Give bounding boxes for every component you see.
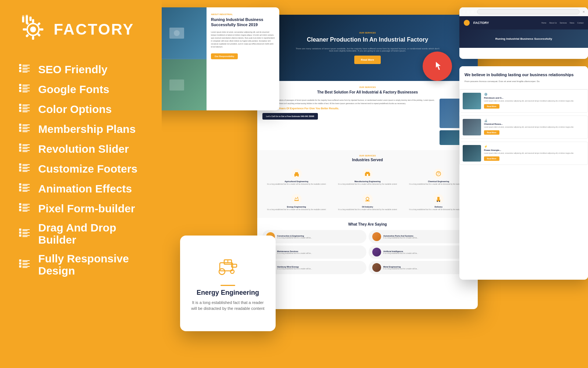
svg-rect-27 [22, 85, 30, 85]
testimonial-text-6: Metal Engineering It is a long establish… [383, 266, 418, 270]
svg-rect-65 [22, 170, 30, 171]
svg-rect-38 [22, 110, 30, 111]
svg-rect-71 [19, 189, 21, 191]
nav-items: Home About Us Services News Contact [541, 22, 584, 24]
nav-hero-strip: Runing Industrial Business Successfully [459, 29, 588, 48]
svg-rect-40 [22, 109, 28, 109]
svg-rect-54 [22, 144, 30, 145]
industry-icon-4 [291, 194, 302, 204]
svg-rect-3 [32, 36, 34, 40]
hero-btn[interactable]: Read More [354, 56, 381, 64]
svg-rect-86 [22, 211, 28, 212]
svg-rect-101 [22, 266, 30, 267]
svg-rect-26 [19, 90, 21, 92]
right-card-desc-2: Lorem ipsum dolor sit amet, consectetur … [484, 126, 585, 129]
feature-label-membership: Membership Plans [38, 123, 136, 135]
testimonial-sub-1: It is a long established fact for a read… [277, 237, 312, 239]
testimonial-item-3: Maintenance Services It is a long establ… [262, 245, 366, 259]
industry-label-2: Manufacturing Engineering [335, 180, 400, 183]
right-card-btn-3[interactable]: Read More [484, 156, 499, 161]
solution-btn[interactable]: Let's Call Us to Get a Free Estimate 046… [262, 113, 318, 120]
svg-rect-96 [19, 259, 21, 262]
svg-rect-64 [22, 167, 30, 168]
svg-rect-21 [22, 66, 28, 67]
svg-rect-60 [19, 163, 21, 166]
svg-rect-97 [19, 262, 21, 265]
svg-rect-77 [22, 191, 28, 192]
svg-rect-56 [22, 150, 30, 151]
svg-rect-12 [29, 17, 32, 21]
left-panel: FACTORY SEO Friendly Google Fonts [0, 0, 162, 368]
svg-rect-5 [40, 28, 43, 31]
svg-rect-41 [22, 112, 28, 112]
svg-rect-20 [22, 71, 30, 71]
feature-item-form: Pixel Form-builder [18, 202, 143, 215]
svg-rect-37 [22, 107, 30, 108]
svg-point-126 [219, 269, 225, 275]
feature-icon-slider [18, 142, 32, 155]
right-card-img-2 [463, 119, 481, 135]
right-card-1: ⚙️ Petroleum and G... Lorem ipsum dolor … [459, 89, 588, 113]
svg-rect-52 [19, 146, 21, 149]
right-card-text-2: 🔬 Chemical Resea... Lorem ipsum dolor si… [484, 119, 585, 135]
svg-rect-103 [22, 264, 28, 265]
right-card-desc-3: Lorem ipsum dolor sit amet, consectetur … [484, 152, 585, 155]
industry-item-4: Energy Engineering It is a long establis… [262, 191, 330, 213]
feature-label-footer: Customize Footers [38, 163, 137, 175]
feature-item-membership: Membership Plans [18, 122, 143, 135]
industry-item-1: Agricultural Engineering It is a long es… [262, 166, 330, 188]
testimonial-sub-2: It is a long established fact for a read… [383, 237, 418, 239]
solution-text: There are many variations of passages of… [262, 99, 436, 145]
testimonial-name-2: Automotive Parts And Systems [383, 235, 418, 237]
right-card-2: 🔬 Chemical Resea... Lorem ipsum dolor si… [459, 116, 588, 139]
nav-logo-icon [464, 20, 470, 26]
svg-point-115 [436, 171, 441, 176]
testimonial-sub-4: It is a long established fact for a read… [383, 252, 418, 254]
svg-rect-116 [294, 200, 299, 201]
svg-rect-45 [22, 124, 30, 125]
feature-item-drag: Drag And Drop Builder [18, 222, 143, 246]
solution-desc: There are many variations of passages of… [262, 99, 436, 105]
svg-rect-92 [22, 235, 30, 236]
card-title: Energy Engineering [197, 289, 259, 297]
about-label: ABOUT INDUSTRIAL [211, 13, 275, 15]
svg-rect-73 [22, 187, 30, 188]
svg-rect-8 [25, 34, 29, 38]
svg-rect-17 [19, 70, 21, 72]
feature-icon-form [18, 202, 32, 215]
svg-rect-34 [19, 107, 21, 109]
nav-item-home: Home [541, 22, 546, 24]
solution-section: OUR SERVICES The Best Solution For All I… [257, 81, 478, 150]
svg-rect-22 [22, 69, 28, 70]
feature-label-fonts: Google Fonts [38, 83, 109, 95]
feature-icon-membership [18, 122, 32, 135]
about-btn[interactable]: Our Responsibility [211, 53, 238, 59]
svg-rect-39 [22, 106, 28, 106]
card-description: It is a long established fact that a rea… [189, 300, 267, 312]
svg-rect-19 [22, 68, 30, 68]
testimonial-text-3: Maintenance Services It is a long establ… [277, 250, 312, 254]
feature-label-color: Color Options [38, 103, 112, 115]
feature-label-slider: Revolution Slider [38, 143, 129, 155]
svg-rect-85 [22, 208, 28, 209]
right-card-text-3: ⚡ Power Energie... Lorem ipsum dolor sit… [484, 145, 585, 161]
svg-point-117 [366, 197, 369, 200]
feature-item-seo: SEO Friendly [18, 63, 143, 76]
right-card-btn-2[interactable]: Read More [484, 130, 499, 135]
svg-rect-93 [22, 230, 28, 231]
industry-label-4: Energy Engineering [264, 206, 329, 208]
svg-rect-102 [22, 261, 28, 262]
svg-rect-33 [19, 104, 21, 106]
svg-rect-46 [22, 127, 30, 128]
svg-point-122 [437, 201, 438, 202]
svg-rect-28 [22, 88, 30, 88]
svg-rect-35 [19, 110, 21, 112]
industry-label-1: Agricultural Engineering [264, 180, 329, 183]
right-card-btn-1[interactable]: Read More [484, 104, 499, 109]
svg-point-111 [297, 175, 299, 177]
svg-rect-44 [19, 130, 21, 132]
testimonials-grid: Construction & Engineering It is a long … [262, 230, 473, 274]
testimonial-sub-3: It is a long established fact for a read… [277, 252, 312, 254]
click-button[interactable] [423, 52, 452, 81]
svg-rect-88 [19, 231, 21, 234]
